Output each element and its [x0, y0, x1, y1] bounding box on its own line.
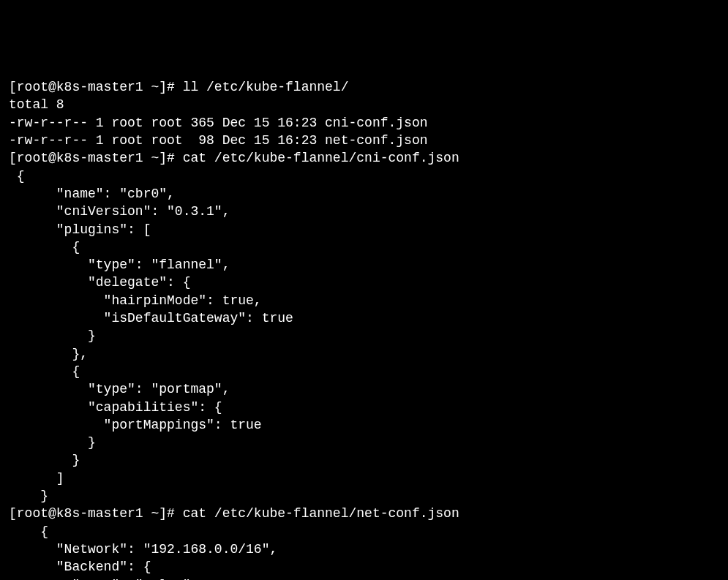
output-line: } [9, 451, 719, 469]
output-line: { [9, 523, 719, 541]
command-text: cat /etc/kube-flannel/net-conf.json [183, 506, 459, 521]
output-line: { [9, 238, 719, 256]
output-line: "Network": "192.168.0.0/16", [9, 541, 719, 558]
output-line: ] [9, 470, 719, 487]
output-line: -rw-r--r-- 1 root root 98 Dec 15 16:23 n… [9, 132, 719, 149]
prompt-line: [root@k8s-master1 ~]# cat /etc/kube-flan… [9, 505, 719, 522]
output-line: "cniVersion": "0.3.1", [9, 203, 719, 220]
output-line: "isDefaultGateway": true [9, 309, 719, 327]
output-line: } [9, 434, 719, 451]
command-text: cat /etc/kube-flannel/cni-conf.json [183, 151, 459, 165]
output-line: "Backend": { [9, 558, 719, 576]
output-line: total 8 [9, 96, 719, 113]
output-line: }, [9, 345, 719, 363]
command-text: ll /etc/kube-flannel/ [183, 80, 349, 94]
output-line: "delegate": { [9, 274, 719, 291]
output-line: "hairpinMode": true, [9, 292, 719, 309]
output-line: "plugins": [ [9, 221, 719, 238]
output-line: -rw-r--r-- 1 root root 365 Dec 15 16:23 … [9, 114, 719, 132]
shell-prompt: [root@k8s-master1 ~]# [9, 506, 183, 521]
output-line: { [9, 363, 719, 380]
terminal-area[interactable]: [root@k8s-master1 ~]# ll /etc/kube-flann… [9, 78, 719, 580]
output-line: "portMappings": true [9, 416, 719, 434]
output-line: "name": "cbr0", [9, 185, 719, 203]
output-line: "Type": "vxlan" [9, 576, 719, 581]
output-line: "type": "portmap", [9, 380, 719, 398]
prompt-line: [root@k8s-master1 ~]# ll /etc/kube-flann… [9, 78, 719, 96]
output-line: } [9, 327, 719, 344]
output-line: "capabilities": { [9, 399, 719, 416]
shell-prompt: [root@k8s-master1 ~]# [9, 151, 183, 165]
output-line: "type": "flannel", [9, 256, 719, 274]
shell-prompt: [root@k8s-master1 ~]# [9, 80, 183, 94]
output-line: { [9, 167, 719, 185]
prompt-line: [root@k8s-master1 ~]# cat /etc/kube-flan… [9, 149, 719, 167]
output-line: } [9, 487, 719, 505]
